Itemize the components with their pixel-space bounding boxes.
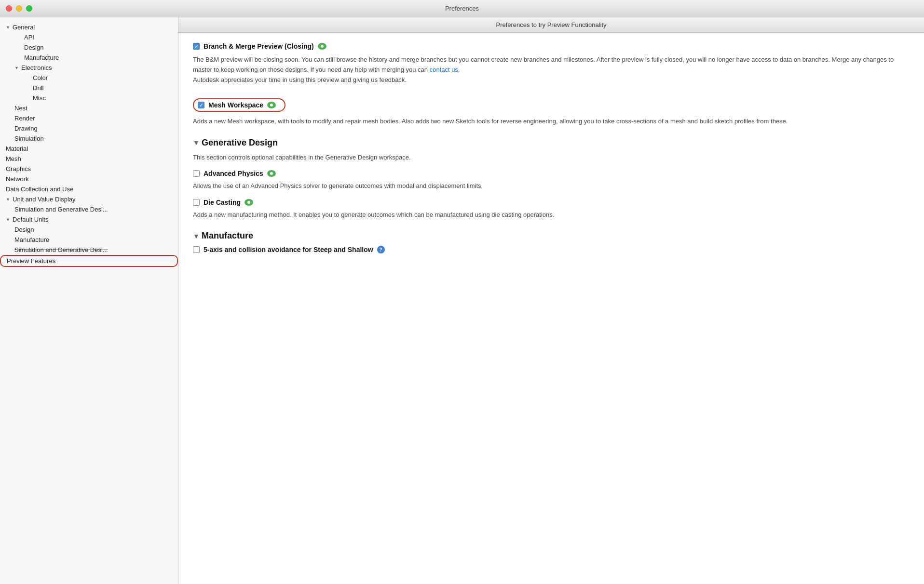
- 5axis-checkbox[interactable]: [193, 246, 200, 253]
- generative-triangle-icon: ▼: [193, 139, 198, 146]
- manufacture-triangle-icon: ▼: [193, 232, 198, 240]
- advanced-physics-eye-icon: [267, 170, 276, 177]
- branch-merge-section: ✓ Branch & Merge Preview (Closing) The B…: [193, 42, 910, 85]
- sidebar-item-api[interactable]: API: [0, 32, 178, 42]
- sidebar-item-color[interactable]: Color: [0, 73, 178, 83]
- manufacture-section: ▼ Manufacture 5-axis and collision avoid…: [193, 231, 910, 253]
- sidebar-item-manufacture2[interactable]: Manufacture: [0, 235, 178, 245]
- sidebar-item-drawing[interactable]: Drawing: [0, 123, 178, 133]
- triangle-icon: ▼: [6, 197, 11, 202]
- main-layout: ▼ General API Design Manufacture ▼ Elect…: [0, 17, 924, 584]
- triangle-icon: ▼: [14, 66, 19, 70]
- window-controls[interactable]: [6, 5, 32, 12]
- sidebar-item-drill[interactable]: Drill: [0, 83, 178, 93]
- sidebar-item-design2[interactable]: Design: [0, 225, 178, 235]
- 5axis-feature: 5-axis and collision avoidance for Steep…: [193, 246, 910, 253]
- branch-feature-header: ✓ Branch & Merge Preview (Closing): [193, 42, 910, 50]
- die-casting-eye-icon: [245, 199, 253, 206]
- generative-desc: This section controls optional capabilit…: [193, 153, 910, 162]
- advanced-physics-feature: Advanced Physics Allows the use of an Ad…: [193, 170, 910, 191]
- mesh-description: Adds a new Mesh workspace, with tools to…: [193, 117, 910, 126]
- 5axis-question-icon: ?: [377, 246, 385, 253]
- content-body: ✓ Branch & Merge Preview (Closing) The B…: [178, 33, 924, 273]
- die-casting-header: Die Casting: [193, 199, 910, 206]
- sidebar-item-network[interactable]: Network: [0, 174, 178, 184]
- advanced-physics-checkbox[interactable]: [193, 170, 200, 177]
- die-casting-name: Die Casting: [204, 199, 241, 206]
- sidebar-item-nest[interactable]: Nest: [0, 103, 178, 113]
- sidebar: ▼ General API Design Manufacture ▼ Elect…: [0, 17, 178, 584]
- sidebar-item-design[interactable]: Design: [0, 42, 178, 53]
- mesh-workspace-section: ✓ Mesh Workspace Adds a new Mesh workspa…: [193, 98, 910, 126]
- sidebar-item-electronics[interactable]: ▼ Electronics: [0, 63, 178, 73]
- branch-description: The B&M preview will be closing soon. Yo…: [193, 55, 910, 85]
- sidebar-item-mesh[interactable]: Mesh: [0, 154, 178, 164]
- advanced-physics-name: Advanced Physics: [204, 170, 263, 177]
- mesh-feature-name: Mesh Workspace: [208, 101, 263, 109]
- sidebar-item-preview-features[interactable]: Preview Features: [0, 255, 178, 267]
- sidebar-item-sim-gen-2[interactable]: Simulation and Generative Desi...: [0, 245, 178, 255]
- content-header: Preferences to try Preview Functionality: [178, 17, 924, 33]
- maximize-button[interactable]: [26, 5, 32, 12]
- contact-us-link[interactable]: contact us: [430, 66, 458, 73]
- sidebar-item-unit-display[interactable]: ▼ Unit and Value Display: [0, 194, 178, 204]
- manufacture-heading: ▼ Manufacture: [193, 231, 910, 241]
- window-title: Preferences: [445, 5, 479, 12]
- branch-checkbox[interactable]: ✓: [193, 43, 200, 50]
- triangle-icon: ▼: [6, 217, 11, 222]
- die-casting-checkbox[interactable]: [193, 199, 200, 206]
- content-panel: Preferences to try Preview Functionality…: [178, 17, 924, 584]
- titlebar: Preferences: [0, 0, 924, 17]
- branch-eye-icon: [318, 43, 326, 50]
- generative-design-section: ▼ Generative Design This section control…: [193, 138, 910, 220]
- mesh-workspace-highlight: ✓ Mesh Workspace: [193, 98, 285, 112]
- sidebar-item-material[interactable]: Material: [0, 144, 178, 154]
- triangle-icon: ▼: [6, 25, 11, 30]
- die-casting-feature: Die Casting Adds a new manufacturing met…: [193, 199, 910, 220]
- mesh-checkbox[interactable]: ✓: [198, 102, 204, 108]
- sidebar-item-general[interactable]: ▼ General: [0, 22, 178, 32]
- sidebar-item-data-collection[interactable]: Data Collection and Use: [0, 184, 178, 194]
- close-button[interactable]: [6, 5, 12, 12]
- branch-feature-name: Branch & Merge Preview (Closing): [204, 42, 314, 50]
- sidebar-item-graphics[interactable]: Graphics: [0, 164, 178, 174]
- sidebar-item-simulation[interactable]: Simulation: [0, 133, 178, 144]
- mesh-eye-icon: [267, 102, 276, 108]
- sidebar-item-default-units[interactable]: ▼ Default Units: [0, 214, 178, 225]
- minimize-button[interactable]: [16, 5, 22, 12]
- 5axis-header: 5-axis and collision avoidance for Steep…: [193, 246, 910, 253]
- sidebar-item-sim-gen-1[interactable]: Simulation and Generative Desi...: [0, 204, 178, 214]
- sidebar-item-manufacture[interactable]: Manufacture: [0, 53, 178, 63]
- advanced-physics-header: Advanced Physics: [193, 170, 910, 177]
- 5axis-name: 5-axis and collision avoidance for Steep…: [204, 246, 373, 253]
- generative-design-heading: ▼ Generative Design: [193, 138, 910, 148]
- advanced-physics-desc: Allows the use of an Advanced Physics so…: [193, 181, 910, 191]
- die-casting-desc: Adds a new manufacturing method. It enab…: [193, 210, 910, 220]
- sidebar-item-render[interactable]: Render: [0, 113, 178, 123]
- sidebar-item-misc[interactable]: Misc: [0, 93, 178, 103]
